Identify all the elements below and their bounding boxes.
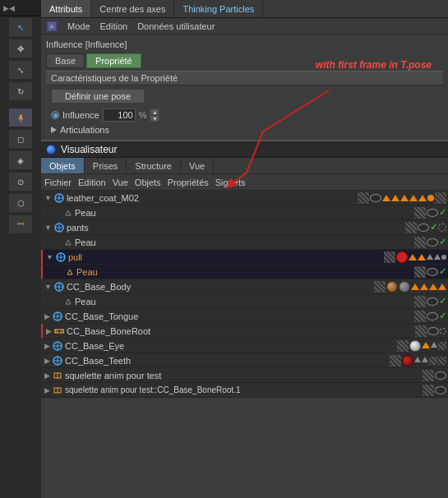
collapse-arrow[interactable]: ▼ (44, 283, 52, 291)
tab-prises[interactable]: Prises (85, 158, 127, 173)
define-pose-button[interactable]: Définir une pose (51, 89, 145, 104)
toolbar-btn-3[interactable]: ⤡ (8, 60, 33, 80)
toolbar-btn-2[interactable]: ✥ (8, 39, 33, 58)
tri-1 (382, 195, 390, 201)
tab-structure[interactable]: Structure (127, 158, 181, 173)
eye-icon[interactable] (435, 386, 446, 394)
toolbar-btn-7[interactable]: ◈ (8, 150, 33, 170)
influence-input[interactable] (103, 108, 136, 122)
pattern2 (429, 357, 437, 365)
joint-icon2 (54, 223, 64, 233)
edition-menu[interactable]: Edition (100, 21, 128, 31)
table-row[interactable]: ▶ squelette anim pour test::CC_Base_Bone… (41, 383, 448, 398)
table-row[interactable]: ▶ CC_Base_BoneRoot (41, 324, 448, 339)
white-ball (409, 340, 421, 352)
collapse-arrow[interactable]: ▶ (44, 312, 50, 320)
donnees-menu[interactable]: Données utilisateur (137, 21, 215, 31)
influence-stepper[interactable]: ▲ ▼ (150, 108, 159, 122)
cursor-icon: ↖ (17, 23, 24, 32)
vis-icon[interactable] (384, 251, 395, 263)
vis-icon[interactable] (415, 325, 427, 337)
table-row[interactable]: ▼ CC_Base_Body (41, 279, 448, 294)
row-icons (397, 340, 448, 352)
toolbar-btn-8[interactable]: ⊙ (8, 172, 33, 191)
item-name: CC_Base_BoneRoot (67, 326, 150, 336)
tab-attributs[interactable]: Attributs (41, 0, 91, 17)
vis-icon[interactable] (374, 281, 386, 293)
table-row[interactable]: Peau ✓ (41, 265, 448, 279)
tab-vue[interactable]: Vue (181, 158, 214, 173)
percent-label: % (139, 110, 147, 120)
mode-menu[interactable]: Mode (67, 21, 90, 31)
toolbar-btn-10[interactable]: 𝄩 (8, 214, 33, 234)
toolbar-btn-6[interactable]: ◻ (8, 129, 33, 149)
menu-objets[interactable]: Objets (135, 178, 161, 187)
attributes-icon: A (46, 21, 58, 32)
vis-icon[interactable] (405, 222, 417, 233)
stepper-up[interactable]: ▲ (150, 108, 159, 115)
eye-icon[interactable] (435, 371, 446, 380)
eye-icon[interactable] (427, 297, 438, 306)
table-row[interactable]: ▼ leather_coat_M02 (41, 191, 448, 205)
table-row[interactable]: ▶ CC_Base_Eye (41, 339, 448, 353)
eye-icon[interactable] (418, 224, 429, 232)
vis-icon[interactable] (414, 296, 426, 307)
eye-icon[interactable] (427, 209, 438, 217)
eye-icon[interactable] (427, 238, 438, 247)
eye-icon[interactable] (427, 312, 438, 320)
collapse-arrow[interactable]: ▼ (44, 224, 52, 232)
menu-signets[interactable]: Signets (215, 178, 246, 187)
table-row[interactable]: ▶ squelette anim pour test (41, 368, 448, 383)
tab-thinking-particles[interactable]: Thinking Particles (174, 0, 263, 17)
table-row[interactable]: ▶ CC_Base_Tongue ✓ (41, 309, 448, 324)
table-row[interactable]: Peau ✓ (41, 235, 448, 250)
propriete-tab[interactable]: Propriété (86, 53, 141, 68)
collapse-arrow[interactable]: ▶ (46, 327, 52, 335)
vis-icon[interactable] (414, 237, 426, 248)
menu-proprietes[interactable]: Propriétés (168, 178, 209, 187)
pattern-icon[interactable] (435, 192, 446, 204)
vis-icon[interactable] (414, 311, 426, 322)
vis-icon[interactable] (414, 207, 426, 219)
row-name-peau-body: Peau (41, 297, 414, 307)
menu-vue[interactable]: Vue (113, 178, 128, 187)
checkmark: ✓ (439, 207, 446, 218)
brown-ball (386, 281, 398, 293)
tab-centre-axes[interactable]: Centre des axes (91, 0, 174, 17)
vis-icon[interactable] (423, 385, 434, 396)
collapse-arrow[interactable]: ▶ (44, 342, 50, 350)
tri-5 (418, 195, 427, 201)
collapse-arrow[interactable]: ▶ (44, 386, 50, 394)
collapse-arrow[interactable]: ▶ (44, 371, 50, 380)
toolbar-btn-4[interactable]: ↻ (8, 81, 33, 101)
collapse-arrow[interactable]: ▼ (46, 253, 53, 261)
svg-rect-18 (55, 330, 63, 333)
table-row[interactable]: ▼ pull (41, 250, 448, 265)
expand-triangle[interactable] (51, 127, 57, 133)
influence-radio[interactable] (51, 111, 59, 119)
tab-objets[interactable]: Objets (41, 158, 85, 173)
vis-icon[interactable] (423, 370, 434, 381)
eye-icon[interactable] (427, 268, 438, 276)
vis-icon[interactable] (390, 355, 401, 367)
vis-icon[interactable] (414, 266, 426, 278)
toolbar-btn-5[interactable]: 🧍 (8, 108, 33, 127)
vis-icon-1[interactable] (358, 192, 369, 204)
tri-group3 (411, 284, 446, 290)
collapse-arrow[interactable]: ▶ (44, 357, 50, 365)
table-row[interactable]: Peau ✓ (41, 205, 448, 220)
eye-icon[interactable] (427, 327, 439, 335)
table-row[interactable]: ▼ pants ✓ (41, 220, 448, 235)
table-row[interactable]: ▶ CC_Base_Teeth (41, 353, 448, 368)
table-row[interactable]: Peau ✓ (41, 294, 448, 309)
vis-icon[interactable] (397, 340, 409, 352)
menu-edition[interactable]: Edition (78, 178, 106, 187)
stepper-down[interactable]: ▼ (150, 115, 159, 122)
base-tab[interactable]: Base (46, 53, 85, 68)
toolbar-btn-1[interactable]: ↖ (8, 17, 33, 37)
bone-root-icon (54, 326, 64, 336)
vis-icon-2[interactable] (370, 194, 381, 202)
collapse-arrow[interactable]: ▼ (44, 194, 52, 202)
menu-fichier[interactable]: Fichier (44, 178, 72, 187)
toolbar-btn-9[interactable]: ⬡ (8, 193, 33, 213)
